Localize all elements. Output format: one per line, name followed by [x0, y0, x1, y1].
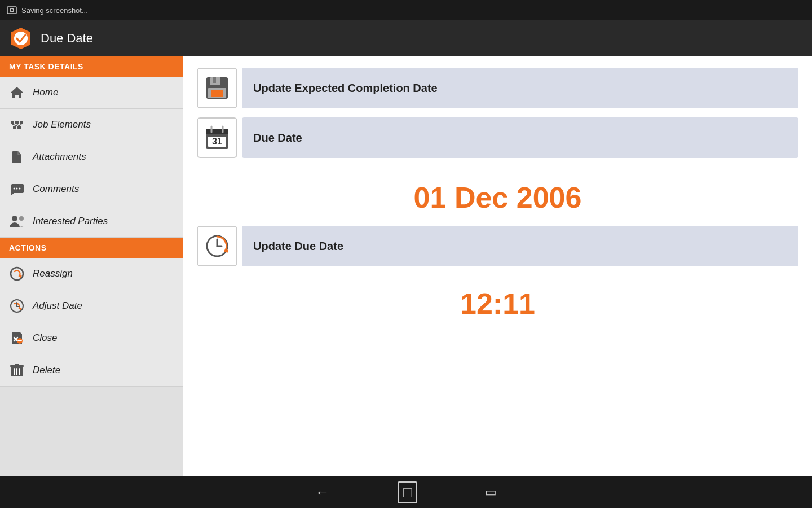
- clock-icon-box: [197, 226, 237, 266]
- adjust-date-icon: [9, 298, 25, 314]
- svg-line-9: [12, 124, 17, 126]
- sidebar-item-interested-parties[interactable]: Interested Parties: [0, 205, 183, 238]
- section-header-my-task-details: MY TASK DETAILS: [0, 56, 183, 77]
- svg-point-15: [12, 216, 17, 221]
- svg-point-1: [10, 8, 14, 12]
- update-completion-date-card: Update Expected Completion Date: [197, 68, 798, 108]
- sidebar-item-home-label: Home: [33, 87, 58, 98]
- svg-rect-6: [20, 121, 23, 124]
- delete-icon: [9, 362, 25, 378]
- update-due-date-label: Update Due Date: [253, 240, 343, 253]
- sidebar-item-delete-label: Delete: [33, 365, 60, 376]
- sidebar-item-delete[interactable]: Delete: [0, 354, 183, 387]
- svg-rect-0: [7, 7, 16, 14]
- reassign-icon: [9, 266, 25, 282]
- svg-rect-5: [15, 121, 19, 124]
- back-button[interactable]: ←: [315, 484, 330, 501]
- svg-rect-38: [211, 90, 223, 97]
- app-title: Due Date: [41, 31, 93, 46]
- svg-point-16: [19, 216, 24, 221]
- svg-line-10: [17, 124, 19, 126]
- due-date-label: Due Date: [253, 132, 302, 144]
- svg-rect-30: [15, 364, 19, 366]
- svg-rect-8: [17, 126, 21, 129]
- svg-line-11: [19, 124, 21, 126]
- sidebar-item-job-elements[interactable]: Job Elements: [0, 109, 183, 141]
- sidebar-item-attachments-label: Attachments: [33, 151, 86, 163]
- status-bar-text: Saving screenshot...: [21, 6, 88, 15]
- recents-button[interactable]: ▭: [485, 485, 497, 500]
- sidebar-item-job-elements-label: Job Elements: [33, 119, 91, 130]
- svg-text:31: 31: [212, 137, 222, 146]
- sidebar-item-adjust-date[interactable]: Adjust Date: [0, 290, 183, 322]
- close-action-icon: [9, 330, 25, 346]
- bottom-nav-bar: ← □ ▭: [0, 476, 812, 508]
- update-completion-date-label: Update Expected Completion Date: [253, 82, 438, 95]
- section-header-actions: ACTIONS: [0, 238, 183, 258]
- svg-marker-3: [11, 87, 23, 98]
- home-button[interactable]: □: [398, 481, 418, 503]
- update-completion-date-label-box[interactable]: Update Expected Completion Date: [242, 68, 798, 108]
- update-clock-icon: [205, 234, 230, 259]
- comments-icon: [9, 181, 25, 197]
- sidebar-item-close-label: Close: [33, 332, 57, 344]
- interested-parties-icon: [9, 213, 25, 229]
- calendar-icon: 31: [205, 125, 230, 150]
- update-due-date-card: Update Due Date: [197, 226, 798, 266]
- svg-rect-36: [213, 77, 216, 83]
- save-icon: [205, 76, 230, 100]
- svg-point-13: [16, 188, 18, 190]
- home-icon: [9, 85, 25, 100]
- date-value-display: 01 Dec 2006: [197, 167, 798, 226]
- due-date-card: 31 Due Date: [197, 117, 798, 158]
- sidebar-item-comments[interactable]: Comments: [0, 173, 183, 205]
- svg-rect-4: [11, 121, 14, 124]
- update-due-date-label-box[interactable]: Update Due Date: [242, 226, 798, 266]
- attachments-icon: [9, 149, 25, 165]
- app-bar: Due Date: [0, 20, 812, 56]
- svg-point-14: [19, 188, 21, 190]
- content-area: Update Expected Completion Date 31 Due D…: [183, 56, 812, 476]
- status-bar: Saving screenshot...: [0, 0, 812, 20]
- sidebar-item-home[interactable]: Home: [0, 77, 183, 109]
- sidebar-item-close[interactable]: Close: [0, 322, 183, 354]
- app-logo: [9, 27, 33, 50]
- sidebar: MY TASK DETAILS Home: [0, 56, 183, 476]
- main-container: MY TASK DETAILS Home: [0, 56, 812, 476]
- sidebar-item-comments-label: Comments: [33, 183, 79, 195]
- svg-rect-41: [206, 132, 228, 134]
- sidebar-item-attachments[interactable]: Attachments: [0, 141, 183, 173]
- calendar-icon-box: 31: [197, 117, 237, 158]
- sidebar-item-interested-parties-label: Interested Parties: [33, 216, 108, 227]
- svg-rect-7: [13, 126, 16, 129]
- svg-point-17: [11, 268, 23, 280]
- sidebar-item-adjust-date-label: Adjust Date: [33, 300, 82, 312]
- sidebar-item-reassign[interactable]: Reassign: [0, 258, 183, 290]
- sidebar-item-reassign-label: Reassign: [33, 268, 73, 279]
- job-elements-icon: [9, 117, 25, 133]
- screenshot-icon: [7, 5, 17, 15]
- due-date-label-box[interactable]: Due Date: [242, 117, 798, 158]
- svg-point-12: [14, 188, 15, 190]
- time-value-display: 12:11: [197, 275, 798, 332]
- save-icon-box: [197, 68, 237, 108]
